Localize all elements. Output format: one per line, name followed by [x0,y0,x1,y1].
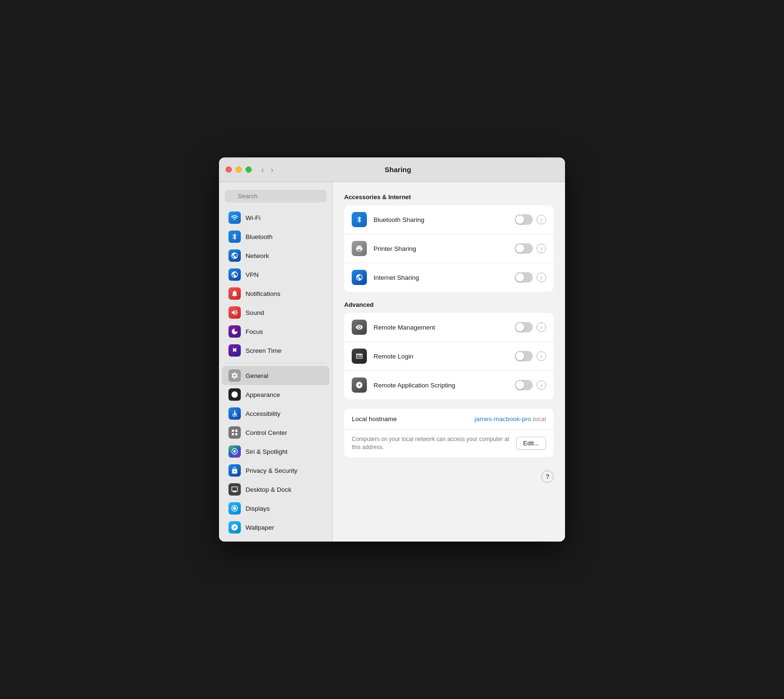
row-remote-scripting: Remote Application Scriptingi [344,371,554,399]
sidebar-item-controlcenter[interactable]: Control Center [222,423,329,442]
sidebar-item-appearance[interactable]: Appearance [222,385,329,404]
siri-icon [228,445,241,458]
sidebar-item-accessibility[interactable]: Accessibility [222,404,329,423]
window-title: Sharing [237,166,558,174]
svg-rect-4 [232,433,234,435]
hostname-desc-row: Computers on your local network can acce… [344,430,554,457]
row-printer-sharing: Printer Sharingi [344,234,554,263]
privacy-icon [228,464,241,477]
vpn-icon [228,268,241,281]
sidebar-item-network[interactable]: Network [222,246,329,265]
sidebar-item-label-general: General [246,372,268,379]
remote-scripting-label: Remote Application Scripting [374,382,515,389]
sidebar-item-label-siri: Siri & Spotlight [246,448,288,455]
sidebar-item-label-wallpaper: Wallpaper [246,524,274,531]
sidebar-item-siri[interactable]: Siri & Spotlight [222,442,329,461]
printer-sharing-toggle-container: i [515,243,546,254]
general-icon [228,369,241,382]
displays-icon [228,502,241,515]
sidebar-item-vpn[interactable]: VPN [222,265,329,284]
remote-scripting-icon [352,377,367,393]
svg-rect-2 [232,430,234,432]
internet-sharing-icon [352,270,367,285]
sidebar-item-displays[interactable]: Displays [222,499,329,518]
bluetooth-sharing-toggle-container: i [515,214,546,225]
wallpaper-icon [228,521,241,533]
remote-scripting-toggle[interactable] [515,380,533,390]
sidebar-item-sound[interactable]: Sound [222,303,329,322]
sidebar-item-label-privacy: Privacy & Security [246,467,298,474]
hostname-row: Local hostname james-macbook-pro.local [344,409,554,430]
sidebar-item-label-sound: Sound [246,309,264,316]
sidebar-items-list: Wi-FiBluetoothNetworkVPNNotificationsSou… [219,208,332,537]
sidebar-item-wifi[interactable]: Wi-Fi [222,208,329,227]
wifi-icon [228,212,241,224]
remote-login-toggle-container: i [515,351,546,361]
svg-point-1 [234,410,236,412]
sidebar-item-label-focus: Focus [246,328,263,335]
screentime-icon [228,344,241,357]
hostname-label: Local hostname [352,415,474,423]
sidebar-item-label-network: Network [246,252,269,259]
sidebar-item-label-desktop: Desktop & Dock [246,486,292,493]
row-remote-management: Remote Managementi [344,313,554,342]
desktop-icon [228,483,241,496]
bluetooth-sharing-info-button[interactable]: i [537,215,546,224]
remote-management-toggle[interactable] [515,322,533,332]
hostname-suffix: .local [531,415,546,423]
sidebar-item-notifications[interactable]: Notifications [222,284,329,303]
close-button[interactable] [226,166,232,173]
remote-scripting-info-button[interactable]: i [537,380,546,390]
bluetooth-icon [228,230,241,243]
search-container: 🔍 [219,187,332,208]
controlcenter-icon [228,426,241,439]
remote-management-info-button[interactable]: i [537,322,546,332]
notifications-icon [228,287,241,300]
sidebar-item-bluetooth[interactable]: Bluetooth [222,227,329,246]
main-sections: Accessories & InternetBluetooth Sharingi… [344,193,554,399]
svg-point-0 [231,391,237,397]
bluetooth-sharing-icon [352,212,367,227]
sidebar-item-focus[interactable]: Focus [222,322,329,341]
bottom-bar: ? [344,467,554,485]
sidebar-item-wallpaper[interactable]: Wallpaper [222,518,329,537]
edit-button[interactable]: Edit... [516,437,546,450]
printer-sharing-label: Printer Sharing [374,245,515,252]
search-wrapper: 🔍 [225,190,327,202]
search-input[interactable] [225,190,327,202]
content-area: 🔍 Wi-FiBluetoothNetworkVPNNotificationsS… [219,182,565,542]
internet-sharing-label: Internet Sharing [374,274,515,281]
sidebar-item-label-screentime: Screen Time [246,347,282,354]
printer-sharing-info-button[interactable]: i [537,244,546,253]
appearance-icon [228,388,241,401]
printer-sharing-icon [352,241,367,256]
sidebar-item-privacy[interactable]: Privacy & Security [222,461,329,480]
remote-login-toggle[interactable] [515,351,533,361]
internet-sharing-toggle[interactable] [515,272,533,283]
main-panel: Accessories & InternetBluetooth Sharingi… [333,182,565,542]
svg-rect-3 [235,430,237,432]
sidebar-item-screentime[interactable]: Screen Time [222,341,329,360]
help-button[interactable]: ? [541,470,554,483]
section-title-accessories: Accessories & Internet [344,193,554,201]
svg-rect-5 [235,433,237,435]
bluetooth-sharing-label: Bluetooth Sharing [374,216,515,223]
sidebar-item-label-controlcenter: Control Center [246,429,287,436]
sidebar: 🔍 Wi-FiBluetoothNetworkVPNNotificationsS… [219,182,333,542]
row-internet-sharing: Internet Sharingi [344,263,554,292]
section-title-advanced: Advanced [344,301,554,308]
remote-login-label: Remote Login [374,353,515,360]
remote-management-toggle-container: i [515,322,546,332]
section-card-advanced: Remote ManagementiRemote LoginiRemote Ap… [344,313,554,399]
sidebar-divider [226,363,326,363]
remote-login-info-button[interactable]: i [537,351,546,361]
row-remote-login: Remote Logini [344,342,554,371]
remote-management-label: Remote Management [374,324,515,331]
bluetooth-sharing-toggle[interactable] [515,214,533,225]
internet-sharing-info-button[interactable]: i [537,273,546,282]
sidebar-item-general[interactable]: General [222,366,329,385]
row-bluetooth-sharing: Bluetooth Sharingi [344,205,554,234]
sidebar-item-desktop[interactable]: Desktop & Dock [222,480,329,499]
printer-sharing-toggle[interactable] [515,243,533,254]
sidebar-item-label-wifi: Wi-Fi [246,214,260,221]
